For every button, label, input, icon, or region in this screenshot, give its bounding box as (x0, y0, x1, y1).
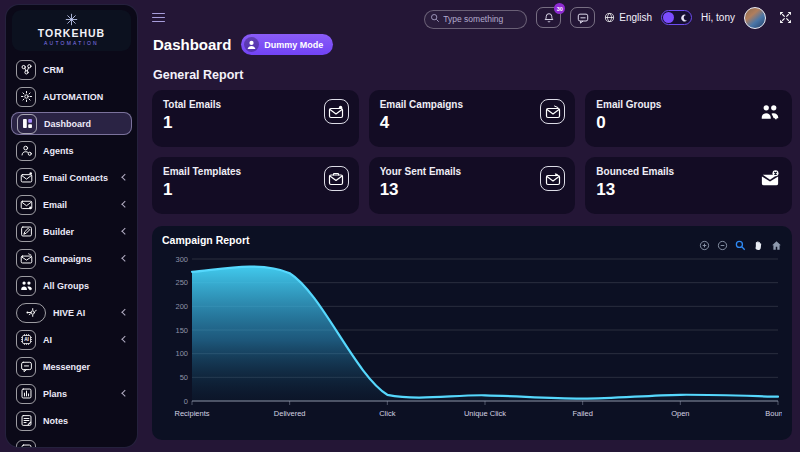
sidebar-item-label: Builder (43, 227, 74, 237)
envelope-bounce-icon (757, 166, 782, 191)
sidebar-item-plans[interactable]: Plans (11, 382, 132, 405)
generic-icon (16, 440, 36, 449)
sidebar-item-label: All Groups (43, 281, 89, 291)
sidebar-item-label: Notes (43, 416, 68, 426)
builder-icon (16, 222, 36, 242)
sidebar: TORKEHUB AUTOMATION CRMAUTOMATIONDashboa… (5, 4, 138, 448)
stat-card-label: Your Sent Emails (380, 166, 565, 177)
automation-icon (16, 87, 36, 107)
sidebar-item-builder[interactable]: Builder (11, 220, 132, 243)
svg-text:Open: Open (671, 409, 689, 418)
notification-badge: 30 (554, 3, 565, 14)
crm-icon (16, 60, 36, 80)
dummy-mode-label: Dummy Mode (264, 40, 323, 50)
svg-text:100: 100 (175, 349, 188, 358)
language-selector[interactable]: English (604, 12, 652, 23)
sidebar-item-label: Dashboard (44, 119, 91, 129)
sidebar-item-campaigns[interactable]: Campaigns (11, 247, 132, 270)
sidebar-item-blank[interactable] (11, 438, 132, 448)
envelope-template-icon (324, 166, 349, 191)
menu-toggle-icon[interactable] (152, 13, 165, 23)
messages-button[interactable] (570, 7, 595, 28)
pan-icon[interactable] (753, 240, 764, 251)
stat-card-label: Bounced Emails (596, 166, 781, 177)
sidebar-item-ai[interactable]: AIAI (11, 328, 132, 351)
search-box (424, 8, 527, 27)
chevron-left-icon (122, 309, 128, 315)
stat-card-total-emails: Total Emails1 (152, 90, 359, 147)
bell-icon (543, 12, 555, 24)
notifications-button[interactable]: 30 (536, 7, 561, 28)
dashboard-icon (17, 114, 37, 134)
stat-card-bounced-emails: Bounced Emails13 (585, 157, 792, 214)
sidebar-item-hive-ai[interactable]: HIVE AI (11, 301, 132, 324)
language-label: English (619, 12, 652, 23)
svg-text:50: 50 (180, 373, 188, 382)
stat-card-label: Total Emails (163, 99, 348, 110)
sidebar-item-email-contacts[interactable]: Email Contacts (11, 166, 132, 189)
user-avatar[interactable] (744, 7, 766, 29)
stat-card-email-groups: Email Groups0 (585, 90, 792, 147)
selection-zoom-icon[interactable] (735, 240, 746, 251)
sidebar-item-label: Campaigns (43, 254, 92, 264)
home-icon[interactable] (771, 240, 782, 251)
svg-text:Click: Click (379, 409, 395, 418)
envelope-campaign-icon (540, 99, 565, 124)
agents-icon (16, 141, 36, 161)
sidebar-item-crm[interactable]: CRM (11, 58, 132, 81)
sidebar-item-label: CRM (43, 65, 64, 75)
stat-cards: Total Emails1Email Campaigns4Email Group… (152, 90, 792, 214)
sidebar-item-label: AI (43, 335, 52, 345)
stat-card-label: Email Templates (163, 166, 348, 177)
sidebar-item-all-groups[interactable]: All Groups (11, 274, 132, 297)
email-contacts-icon (16, 168, 36, 188)
stat-card-label: Email Campaigns (380, 99, 565, 110)
stat-card-value: 13 (380, 180, 565, 200)
chart-header: Campaign Report (162, 234, 782, 251)
chevron-left-icon (122, 390, 128, 396)
dark-mode-toggle[interactable] (661, 10, 692, 25)
chart-toolbar (699, 240, 782, 251)
page-title: Dashboard (153, 36, 231, 53)
sidebar-item-email[interactable]: Email (11, 193, 132, 216)
stat-card-value: 0 (596, 113, 781, 133)
fullscreen-icon[interactable] (779, 11, 792, 24)
sidebar-item-automation[interactable]: AUTOMATION (11, 85, 132, 108)
svg-text:Recipients: Recipients (174, 409, 209, 418)
sidebar-item-notes[interactable]: Notes (11, 409, 132, 432)
chat-icon (577, 12, 589, 24)
general-report-title: General Report (153, 68, 792, 82)
logo-subtitle: AUTOMATION (12, 40, 131, 46)
sidebar-item-dashboard[interactable]: Dashboard (11, 112, 132, 135)
svg-text:250: 250 (175, 278, 188, 287)
chevron-left-icon (122, 228, 128, 234)
envelope-gear-icon (324, 99, 349, 124)
chevron-left-icon (122, 174, 128, 180)
sidebar-item-agents[interactable]: Agents (11, 139, 132, 162)
logo[interactable]: TORKEHUB AUTOMATION (12, 10, 131, 51)
svg-text:Bounce: Bounce (765, 409, 782, 418)
stat-card-value: 4 (380, 113, 565, 133)
sidebar-item-label: Email (43, 200, 67, 210)
zoom-in-icon[interactable] (699, 240, 710, 251)
topbar-right: 30 English (424, 7, 792, 29)
sidebar-item-label: Plans (43, 389, 67, 399)
plans-icon (16, 384, 36, 404)
stat-card-email-templates: Email Templates1 (152, 157, 359, 214)
stat-card-email-campaigns: Email Campaigns4 (369, 90, 576, 147)
svg-text:0: 0 (184, 397, 188, 406)
logo-spark-icon (65, 13, 78, 26)
sidebar-item-label: Messenger (43, 362, 90, 372)
search-icon (430, 13, 440, 23)
dummy-mode-button[interactable]: Dummy Mode (241, 34, 333, 55)
notes-icon (16, 411, 36, 431)
campaign-report-card: Campaign Report 050100150200250300Recipi… (152, 226, 792, 440)
sidebar-item-messenger[interactable]: Messenger (11, 355, 132, 378)
campaign-chart[interactable]: 050100150200250300RecipientsDeliveredCli… (162, 253, 782, 425)
sidebar-menu: CRMAUTOMATIONDashboardAgentsEmail Contac… (6, 53, 137, 448)
stat-card-value: 1 (163, 113, 348, 133)
envelope-send-icon (540, 166, 565, 191)
zoom-out-icon[interactable] (717, 240, 728, 251)
svg-text:AI: AI (24, 337, 29, 342)
sidebar-item-label: Agents (43, 146, 74, 156)
